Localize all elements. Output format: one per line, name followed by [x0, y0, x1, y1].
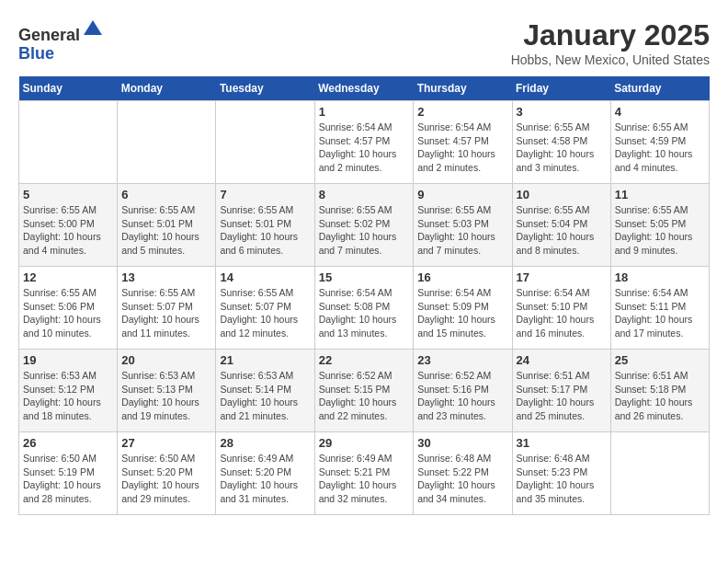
svg-marker-0 [84, 20, 102, 35]
day-cell [19, 101, 118, 184]
day-number: 20 [121, 353, 211, 367]
day-info: Sunrise: 6:49 AMSunset: 5:20 PMDaylight:… [220, 452, 310, 506]
day-number: 19 [23, 353, 113, 367]
day-cell: 9Sunrise: 6:55 AMSunset: 5:03 PMDaylight… [414, 184, 512, 267]
location: Hobbs, New Mexico, United States [511, 52, 710, 67]
day-number: 25 [615, 353, 705, 367]
day-cell: 15Sunrise: 6:54 AMSunset: 5:08 PMDayligh… [314, 267, 414, 350]
day-info: Sunrise: 6:55 AMSunset: 4:59 PMDaylight:… [615, 121, 705, 175]
day-cell: 26Sunrise: 6:50 AMSunset: 5:19 PMDayligh… [19, 432, 118, 515]
day-cell [216, 101, 314, 184]
day-number: 26 [23, 436, 113, 450]
day-info: Sunrise: 6:50 AMSunset: 5:20 PMDaylight:… [121, 452, 211, 506]
day-info: Sunrise: 6:49 AMSunset: 5:21 PMDaylight:… [319, 452, 410, 506]
logo-icon [82, 18, 104, 40]
day-cell: 14Sunrise: 6:55 AMSunset: 5:07 PMDayligh… [216, 267, 314, 350]
day-info: Sunrise: 6:55 AMSunset: 5:05 PMDaylight:… [615, 203, 705, 258]
week-row-4: 19Sunrise: 6:53 AMSunset: 5:12 PMDayligh… [19, 350, 710, 432]
logo: General Blue [18, 18, 104, 63]
day-cell: 27Sunrise: 6:50 AMSunset: 5:20 PMDayligh… [118, 432, 216, 515]
week-row-2: 5Sunrise: 6:55 AMSunset: 5:00 PMDaylight… [19, 184, 710, 267]
column-header-friday: Friday [512, 76, 610, 101]
day-number: 3 [517, 105, 607, 119]
day-info: Sunrise: 6:55 AMSunset: 5:03 PMDaylight:… [417, 203, 507, 258]
day-cell: 23Sunrise: 6:52 AMSunset: 5:16 PMDayligh… [414, 350, 512, 432]
day-number: 5 [23, 188, 113, 201]
day-cell: 29Sunrise: 6:49 AMSunset: 5:21 PMDayligh… [314, 432, 414, 515]
day-number: 30 [417, 436, 507, 450]
day-cell: 22Sunrise: 6:52 AMSunset: 5:15 PMDayligh… [314, 350, 414, 432]
day-info: Sunrise: 6:50 AMSunset: 5:19 PMDaylight:… [23, 452, 113, 506]
day-number: 17 [517, 270, 607, 284]
day-info: Sunrise: 6:54 AMSunset: 5:10 PMDaylight:… [517, 286, 607, 340]
day-cell: 16Sunrise: 6:54 AMSunset: 5:09 PMDayligh… [414, 267, 512, 350]
day-cell: 17Sunrise: 6:54 AMSunset: 5:10 PMDayligh… [512, 267, 610, 350]
day-info: Sunrise: 6:55 AMSunset: 5:00 PMDaylight:… [23, 203, 113, 258]
day-number: 24 [517, 353, 607, 367]
day-info: Sunrise: 6:54 AMSunset: 5:08 PMDaylight:… [319, 286, 410, 340]
day-cell: 12Sunrise: 6:55 AMSunset: 5:06 PMDayligh… [19, 267, 118, 350]
day-number: 21 [220, 353, 310, 367]
day-number: 28 [220, 436, 310, 450]
day-info: Sunrise: 6:48 AMSunset: 5:23 PMDaylight:… [517, 452, 607, 506]
day-cell: 1Sunrise: 6:54 AMSunset: 4:57 PMDaylight… [314, 101, 414, 184]
day-info: Sunrise: 6:53 AMSunset: 5:12 PMDaylight:… [23, 369, 113, 423]
day-cell: 30Sunrise: 6:48 AMSunset: 5:22 PMDayligh… [414, 432, 512, 515]
day-number: 11 [615, 188, 705, 201]
day-cell: 13Sunrise: 6:55 AMSunset: 5:07 PMDayligh… [118, 267, 216, 350]
logo-blue: Blue [18, 44, 54, 63]
day-cell [610, 432, 709, 515]
day-number: 16 [417, 270, 507, 284]
day-number: 27 [121, 436, 211, 450]
day-cell: 6Sunrise: 6:55 AMSunset: 5:01 PMDaylight… [118, 184, 216, 267]
header-row: SundayMondayTuesdayWednesdayThursdayFrid… [19, 76, 710, 101]
day-number: 22 [319, 353, 410, 367]
day-info: Sunrise: 6:55 AMSunset: 5:04 PMDaylight:… [517, 203, 607, 258]
day-cell: 10Sunrise: 6:55 AMSunset: 5:04 PMDayligh… [512, 184, 610, 267]
day-cell: 24Sunrise: 6:51 AMSunset: 5:17 PMDayligh… [512, 350, 610, 432]
day-cell: 21Sunrise: 6:53 AMSunset: 5:14 PMDayligh… [216, 350, 314, 432]
day-number: 12 [23, 270, 113, 284]
day-info: Sunrise: 6:52 AMSunset: 5:15 PMDaylight:… [319, 369, 410, 423]
day-cell: 18Sunrise: 6:54 AMSunset: 5:11 PMDayligh… [610, 267, 709, 350]
day-cell: 19Sunrise: 6:53 AMSunset: 5:12 PMDayligh… [19, 350, 118, 432]
calendar-table: SundayMondayTuesdayWednesdayThursdayFrid… [18, 76, 710, 515]
day-info: Sunrise: 6:55 AMSunset: 5:01 PMDaylight:… [121, 203, 211, 258]
day-number: 23 [417, 353, 507, 367]
day-number: 31 [517, 436, 607, 450]
week-row-3: 12Sunrise: 6:55 AMSunset: 5:06 PMDayligh… [19, 267, 710, 350]
column-header-sunday: Sunday [19, 76, 118, 101]
day-cell: 8Sunrise: 6:55 AMSunset: 5:02 PMDaylight… [314, 184, 414, 267]
day-cell: 25Sunrise: 6:51 AMSunset: 5:18 PMDayligh… [610, 350, 709, 432]
day-number: 9 [417, 188, 507, 201]
day-number: 8 [319, 188, 410, 201]
day-number: 29 [319, 436, 410, 450]
day-info: Sunrise: 6:53 AMSunset: 5:14 PMDaylight:… [220, 369, 310, 423]
day-number: 7 [220, 188, 310, 201]
day-number: 10 [517, 188, 607, 201]
day-cell: 3Sunrise: 6:55 AMSunset: 4:58 PMDaylight… [512, 101, 610, 184]
day-info: Sunrise: 6:51 AMSunset: 5:18 PMDaylight:… [615, 369, 705, 423]
day-number: 18 [615, 270, 705, 284]
day-cell: 31Sunrise: 6:48 AMSunset: 5:23 PMDayligh… [512, 432, 610, 515]
column-header-tuesday: Tuesday [216, 76, 314, 101]
page-header: General Blue January 2025 Hobbs, New Mex… [18, 18, 710, 67]
day-info: Sunrise: 6:48 AMSunset: 5:22 PMDaylight:… [417, 452, 507, 506]
day-number: 15 [319, 270, 410, 284]
day-number: 1 [319, 105, 410, 119]
day-info: Sunrise: 6:54 AMSunset: 4:57 PMDaylight:… [319, 121, 410, 175]
column-header-wednesday: Wednesday [314, 76, 414, 101]
day-info: Sunrise: 6:55 AMSunset: 5:02 PMDaylight:… [319, 203, 410, 258]
column-header-monday: Monday [118, 76, 216, 101]
day-info: Sunrise: 6:55 AMSunset: 5:01 PMDaylight:… [220, 203, 310, 258]
day-info: Sunrise: 6:55 AMSunset: 5:06 PMDaylight:… [23, 286, 113, 340]
day-cell [118, 101, 216, 184]
day-number: 13 [121, 270, 211, 284]
week-row-5: 26Sunrise: 6:50 AMSunset: 5:19 PMDayligh… [19, 432, 710, 515]
day-cell: 2Sunrise: 6:54 AMSunset: 4:57 PMDaylight… [414, 101, 512, 184]
month-title: January 2025 [511, 18, 710, 52]
day-number: 2 [417, 105, 507, 119]
day-cell: 20Sunrise: 6:53 AMSunset: 5:13 PMDayligh… [118, 350, 216, 432]
day-info: Sunrise: 6:54 AMSunset: 5:09 PMDaylight:… [417, 286, 507, 340]
day-number: 4 [615, 105, 705, 119]
